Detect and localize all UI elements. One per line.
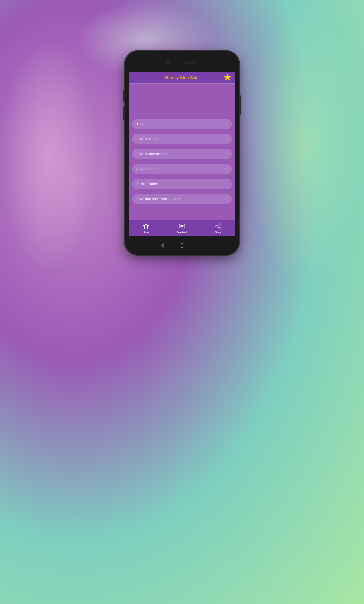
chevron-icon-wazu-steps: › [226,137,228,141]
speaker [183,60,199,64]
info-button[interactable]: i [223,73,232,82]
svg-point-6 [219,224,221,225]
app-title: Step by Step Salat [164,75,200,80]
rate-icon [142,223,150,230]
menu-item-wazu-instructions[interactable]: 3.Wazu Instructions › [132,149,232,159]
phone-device: Step by Step Salat i 1.Azan [125,51,239,255]
share-icon [214,223,222,230]
power-button[interactable] [239,95,241,115]
volume-up-button[interactable] [123,90,125,102]
menu-item-salat-steps-label: 4.Salat Steps [136,167,157,171]
phone-bottom-nav [153,241,211,250]
info-star-icon: i [223,73,232,82]
phone-shell: Step by Step Salat i 1.Azan [125,51,239,255]
menu-item-rakat-table-label: 5.Rakat Table [136,182,158,186]
menu-item-salat-steps[interactable]: 4.Salat Steps › [132,164,232,174]
camera [165,60,170,64]
tab-feedback[interactable]: Feedback [176,223,187,234]
phone-top-bar [159,57,205,67]
svg-line-10 [217,227,219,228]
chevron-icon-wajibat: › [226,197,228,201]
tab-feedback-label: Feedback [176,231,187,234]
chevron-icon-azan: › [226,122,228,126]
tab-share-label: Share [215,231,221,234]
svg-point-7 [215,226,217,227]
menu-item-wazu-steps[interactable]: 2.Wazu Steps › [132,134,232,144]
nav-recent-button[interactable] [198,242,205,249]
svg-text:i: i [227,76,228,79]
app-header: Step by Step Salat i [129,72,235,84]
chevron-icon-wazu-instructions: › [226,152,228,156]
svg-rect-13 [200,244,203,247]
phone-screen: Step by Step Salat i 1.Azan [129,72,235,236]
svg-point-12 [180,243,184,248]
svg-point-8 [219,227,221,229]
svg-line-9 [217,225,219,226]
menu-item-wazu-steps-label: 2.Wazu Steps [136,137,158,141]
svg-rect-3 [179,224,185,228]
feedback-icon [178,223,186,230]
tab-share[interactable]: Share [214,223,222,234]
volume-down-button[interactable] [123,107,125,120]
menu-item-wajibat[interactable]: 6.Wajibat and Faraiz of Salat › [132,194,232,204]
nav-back-button[interactable] [159,242,166,249]
menu-item-azan[interactable]: 1.Azan › [132,119,232,129]
chevron-icon-rakat-table: › [226,182,228,186]
menu-item-wazu-instructions-label: 3.Wazu Instructions [136,152,167,156]
menu-item-azan-label: 1.Azan [136,122,147,126]
app-body: 1.Azan › 2.Wazu Steps › 3.Wazu Instructi… [129,84,235,220]
tab-rate-label: Rate [144,231,149,234]
bg-blob-right [247,0,364,292]
nav-home-button[interactable] [178,242,186,249]
tab-rate[interactable]: Rate [142,223,150,234]
chevron-icon-salat-steps: › [226,167,228,171]
screen-content: Step by Step Salat i 1.Azan [129,72,235,236]
svg-marker-11 [161,244,164,247]
app-tab-bar: Rate Feedback [129,220,235,236]
menu-item-wajibat-label: 6.Wajibat and Faraiz of Salat [136,197,181,201]
svg-marker-2 [143,224,149,229]
menu-item-rakat-table[interactable]: 5.Rakat Table › [132,179,232,189]
